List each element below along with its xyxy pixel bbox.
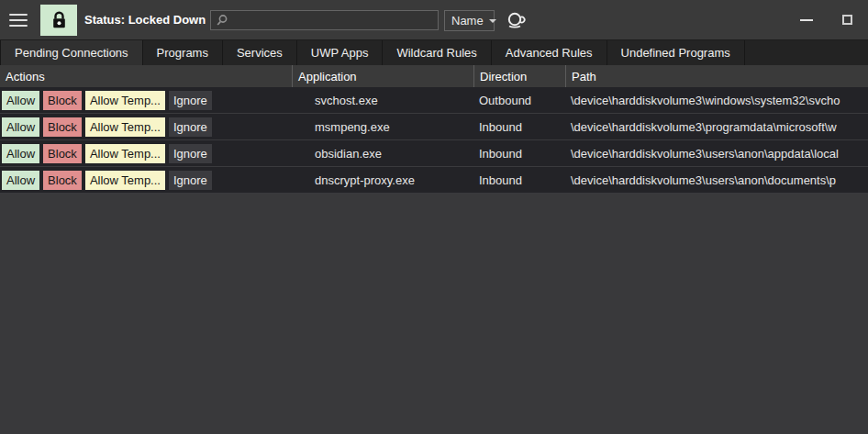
status-label: Status: Locked Down [84, 0, 206, 39]
row-actions: Allow Block Allow Temp... Ignore [0, 114, 292, 139]
minimize-icon [800, 19, 813, 21]
allow-temp-button[interactable]: Allow Temp... [85, 91, 165, 110]
column-header-path[interactable]: Path [565, 65, 868, 87]
empty-list-area [0, 194, 868, 434]
block-button[interactable]: Block [43, 91, 82, 110]
window-controls [785, 0, 868, 39]
block-button[interactable]: Block [43, 144, 82, 163]
path-value: \device\harddiskvolume3\windows\system32… [565, 87, 868, 113]
tab-bar: Pending Connections Programs Services UW… [0, 39, 868, 65]
column-header-direction[interactable]: Direction [473, 65, 565, 87]
titlebar: Status: Locked Down Name [0, 0, 868, 39]
connections-list: Allow Block Allow Temp... Ignore svchost… [0, 87, 868, 194]
maximize-button[interactable] [827, 0, 868, 39]
hamburger-icon [9, 19, 28, 21]
menu-button[interactable] [7, 9, 29, 31]
direction-value: Outbound [473, 87, 565, 113]
ignore-button[interactable]: Ignore [169, 171, 212, 190]
table-row[interactable]: Allow Block Allow Temp... Ignore svchost… [0, 87, 868, 114]
tab-programs[interactable]: Programs [143, 40, 223, 65]
table-row[interactable]: Allow Block Allow Temp... Ignore obsidia… [0, 140, 868, 167]
hamburger-icon [9, 14, 28, 16]
table-header: Actions Application Direction Path [0, 65, 868, 87]
tab-advanced-rules[interactable]: Advanced Rules [492, 40, 607, 65]
search-icon [216, 14, 228, 27]
firewall-window: Status: Locked Down Name [0, 0, 868, 434]
path-value: \device\harddiskvolume3\users\anon\appda… [565, 140, 868, 166]
allow-button[interactable]: Allow [2, 144, 39, 163]
chevron-down-icon [489, 19, 496, 23]
allow-button[interactable]: Allow [2, 117, 39, 137]
column-header-actions[interactable]: Actions [0, 65, 292, 87]
table-row[interactable]: Allow Block Allow Temp... Ignore msmpeng… [0, 114, 868, 140]
hamburger-icon [9, 25, 28, 27]
application-name: msmpeng.exe [292, 114, 473, 139]
application-name: obsidian.exe [292, 140, 473, 166]
ignore-button[interactable]: Ignore [169, 117, 212, 137]
row-actions: Allow Block Allow Temp... Ignore [0, 87, 292, 113]
column-header-application[interactable]: Application [292, 65, 473, 87]
block-button[interactable]: Block [43, 117, 82, 137]
lock-icon [51, 11, 67, 29]
row-actions: Allow Block Allow Temp... Ignore [0, 140, 292, 166]
path-value: \device\harddiskvolume3\programdata\micr… [565, 114, 868, 139]
tab-wildcard-rules[interactable]: Wildcard Rules [383, 40, 491, 65]
minimize-button[interactable] [785, 0, 827, 39]
application-name: svchost.exe [292, 87, 473, 113]
donate-button[interactable] [503, 8, 529, 32]
coffee-cup-icon [505, 10, 527, 30]
allow-temp-button[interactable]: Allow Temp... [85, 144, 165, 163]
search-box[interactable] [210, 10, 439, 30]
filter-dropdown[interactable]: Name [444, 10, 495, 31]
direction-value: Inbound [473, 140, 565, 166]
tab-pending-connections[interactable]: Pending Connections [0, 40, 143, 65]
tab-uwp-apps[interactable]: UWP Apps [297, 40, 384, 65]
direction-value: Inbound [473, 167, 565, 193]
allow-button[interactable]: Allow [2, 91, 39, 110]
tab-undefined-programs[interactable]: Undefined Programs [607, 40, 745, 65]
ignore-button[interactable]: Ignore [169, 144, 212, 163]
block-button[interactable]: Block [43, 171, 82, 190]
search-input[interactable] [228, 12, 438, 28]
lock-toggle-button[interactable] [40, 5, 77, 36]
maximize-icon [842, 15, 852, 25]
allow-button[interactable]: Allow [2, 171, 39, 190]
tab-services[interactable]: Services [223, 40, 297, 65]
application-name: dnscrypt-proxy.exe [292, 167, 473, 193]
filter-dropdown-label: Name [451, 14, 484, 28]
path-value: \device\harddiskvolume3\users\anon\docum… [565, 167, 868, 193]
table-row[interactable]: Allow Block Allow Temp... Ignore dnscryp… [0, 167, 868, 194]
ignore-button[interactable]: Ignore [169, 91, 212, 110]
direction-value: Inbound [473, 114, 565, 139]
allow-temp-button[interactable]: Allow Temp... [85, 117, 165, 137]
row-actions: Allow Block Allow Temp... Ignore [0, 167, 292, 193]
allow-temp-button[interactable]: Allow Temp... [85, 171, 165, 190]
